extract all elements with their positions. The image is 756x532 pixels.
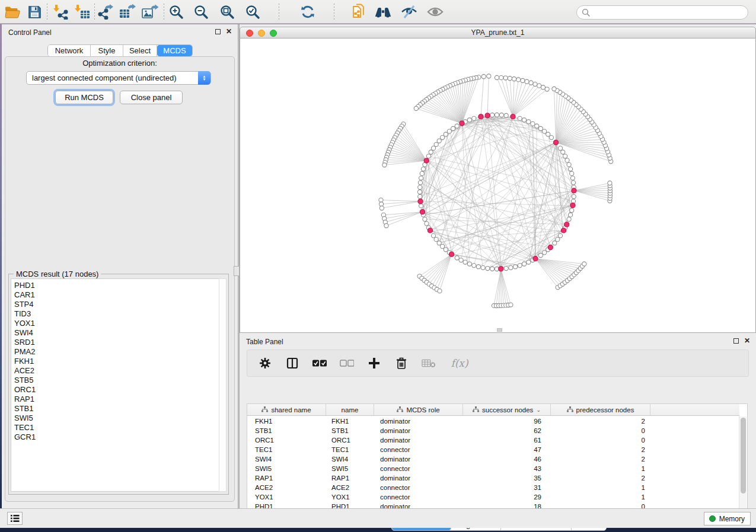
table-cell: connector (374, 493, 463, 501)
zoom-out-icon[interactable] (192, 4, 210, 20)
splitter-handle[interactable] (234, 266, 240, 276)
control-panel: Control Panel ✕ Network Style Select MCD… (2, 24, 238, 508)
close-panel-icon[interactable]: ✕ (226, 28, 232, 34)
binoculars-icon[interactable] (374, 4, 392, 20)
mcds-result-item[interactable]: SWI4 (14, 328, 219, 338)
zoom-fit-icon[interactable] (218, 4, 236, 20)
optimization-criterion-select[interactable]: largest connected component (undirected)… (26, 71, 211, 85)
select-all-icon[interactable] (312, 356, 327, 370)
add-column-icon[interactable] (367, 356, 381, 370)
gear-icon[interactable] (258, 356, 272, 370)
tab-style[interactable]: Style (91, 45, 123, 56)
toolbar-separator (334, 4, 334, 20)
mcds-result-group: MCDS result (17 nodes) PHD1CAR1STP4TID3Y… (8, 274, 229, 495)
table-cell: 47 (463, 446, 551, 453)
column-layout-icon[interactable] (285, 356, 299, 370)
table-row[interactable]: SWI5SWI5connector431 (247, 464, 739, 473)
mcds-result-item[interactable]: YOX1 (14, 319, 219, 328)
show-eye-icon[interactable] (426, 4, 444, 20)
hide-eye-icon[interactable] (400, 4, 418, 20)
table-cell: SWI4 (326, 456, 374, 463)
table-row[interactable]: ORC1ORC1dominator610 (247, 435, 739, 445)
maximize-window-icon[interactable] (270, 30, 277, 37)
mcds-result-item[interactable]: SWI5 (14, 414, 219, 423)
table-cell: connector (374, 446, 463, 453)
table-row[interactable]: RAP1RAP1dominator352 (247, 473, 739, 483)
mcds-result-item[interactable]: STP4 (14, 300, 219, 309)
mcds-result-item[interactable]: TEC1 (14, 423, 219, 432)
mcds-result-item[interactable]: STB1 (14, 404, 219, 414)
close-window-icon[interactable] (246, 30, 253, 37)
mcds-result-item[interactable]: RAP1 (14, 395, 219, 404)
table-cell: 46 (463, 456, 551, 463)
memory-button[interactable]: Memory (704, 512, 751, 525)
tab-network[interactable]: Network (48, 45, 91, 56)
minimize-window-icon[interactable] (258, 30, 265, 37)
column-header[interactable]: predecessor nodes (551, 404, 650, 415)
zoom-in-icon[interactable] (167, 4, 185, 20)
table-cell: ACE2 (326, 484, 374, 491)
delete-column-icon[interactable] (394, 356, 409, 370)
column-header[interactable]: successor nodes⌄ (463, 404, 551, 415)
table-cell: dominator (374, 427, 463, 434)
import-network-icon[interactable] (52, 4, 70, 20)
export-table-icon[interactable] (119, 4, 136, 20)
table-row[interactable]: TEC1TEC1connector472 (247, 445, 739, 454)
table-cell: RAP1 (247, 475, 326, 482)
table-cell: 29 (463, 493, 551, 501)
column-header[interactable]: MCDS role (374, 404, 463, 415)
delete-table-icon[interactable] (422, 356, 436, 370)
import-table-icon[interactable] (74, 4, 91, 20)
table-cell: TEC1 (326, 446, 374, 453)
deselect-all-icon[interactable] (340, 356, 354, 370)
copy-network-icon[interactable] (350, 4, 368, 20)
function-builder-icon[interactable]: f(x) (449, 356, 470, 370)
mcds-result-item[interactable]: TID3 (14, 309, 219, 319)
table-scrollbar[interactable] (739, 416, 747, 516)
float-table-panel-icon[interactable] (733, 338, 739, 344)
mcds-result-item[interactable]: CAR1 (14, 290, 219, 300)
open-folder-icon[interactable] (4, 4, 21, 20)
run-mcds-button[interactable]: Run MCDS (55, 91, 113, 104)
layout-refresh-icon[interactable] (299, 4, 317, 20)
mcds-result-item[interactable]: FKH1 (14, 357, 219, 366)
close-panel-button[interactable]: Close panel (120, 91, 183, 104)
table-cell: connector (374, 465, 463, 472)
mcds-result-item[interactable]: SRD1 (14, 338, 219, 347)
mcds-result-item[interactable]: PMA2 (14, 347, 219, 357)
table-row[interactable]: SWI4SWI4dominator462 (247, 454, 739, 464)
tab-select[interactable]: Select (123, 45, 157, 56)
task-history-button[interactable] (7, 512, 23, 525)
column-header[interactable]: shared name (247, 404, 326, 415)
table-row[interactable]: YOX1YOX1connector291 (247, 492, 739, 502)
mcds-result-item[interactable]: STB5 (14, 376, 219, 385)
canvas-grab-handle[interactable] (497, 328, 502, 332)
float-panel-icon[interactable] (215, 29, 221, 34)
search-icon (582, 8, 591, 17)
table-cell: connector (374, 484, 463, 491)
save-session-icon[interactable] (25, 4, 43, 20)
mcds-result-item[interactable]: ACE2 (14, 366, 219, 376)
table-row[interactable]: STB1STB1dominator620 (247, 426, 739, 435)
mcds-result-item[interactable]: ORC1 (14, 385, 219, 395)
table-header-row: shared namenameMCDS rolesuccessor nodes⌄… (247, 404, 739, 416)
table-row[interactable]: FKH1FKH1dominator962 (247, 416, 739, 426)
export-image-icon[interactable] (141, 4, 159, 20)
export-network-icon[interactable] (97, 4, 114, 20)
select-stepper-icon: ▲▼ (198, 71, 210, 85)
mcds-result-item[interactable]: GCR1 (14, 432, 219, 442)
table-cell: STB1 (326, 427, 374, 434)
column-type-icon (473, 406, 479, 414)
network-canvas[interactable] (240, 39, 756, 333)
table-row[interactable]: ACE2ACE2connector311 (247, 483, 739, 492)
table-toolbar: f(x) (247, 350, 749, 377)
mcds-list-scrollbar[interactable] (219, 278, 227, 492)
table-scrollbar-thumb[interactable] (741, 418, 746, 493)
column-header[interactable]: name (326, 404, 374, 415)
zoom-selected-icon[interactable] (244, 4, 261, 20)
main-toolbar (0, 0, 756, 24)
close-table-panel-icon[interactable]: ✕ (744, 338, 750, 344)
search-input[interactable] (576, 5, 748, 20)
mcds-result-item[interactable]: PHD1 (14, 281, 219, 290)
tab-mcds[interactable]: MCDS (157, 45, 192, 56)
